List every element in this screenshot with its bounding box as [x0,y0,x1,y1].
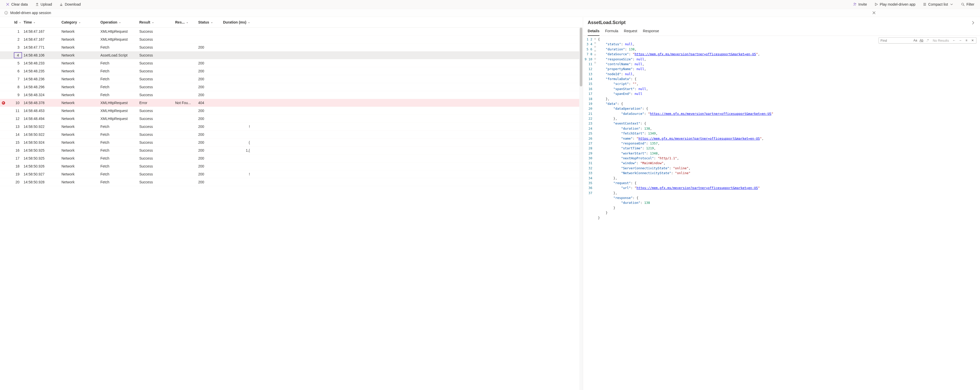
cell-id: 17 [5,156,24,161]
info-icon [4,11,8,15]
cell-status: 200 [198,69,222,73]
upload-label: Upload [41,2,52,6]
tab-formula[interactable]: Formula [605,27,618,36]
cell-duration: ! [222,172,250,176]
cell-id: 20 [5,179,24,185]
cell-operation: XMLHttpRequest [100,37,139,41]
cell-operation: Fetch [100,156,139,160]
cell-status: 200 [198,109,222,113]
table-row[interactable]: 714:58:48.236NetworkFetchSuccess200 [0,75,583,83]
table-row[interactable]: 214:58:47.167NetworkXMLHttpRequestSucces… [0,36,583,43]
cell-operation: Fetch [100,85,139,89]
scrollbar-thumb[interactable] [580,28,582,86]
cell-result: Success [139,117,175,121]
tab-response[interactable]: Response [643,27,659,36]
table-row[interactable]: 314:58:47.771NetworkFetchSuccess200 [0,43,583,51]
cell-operation: XMLHttpRequest [100,29,139,33]
chevron-down-icon: ⌄ [79,21,81,24]
cell-status: 404 [198,101,222,105]
cell-result: Success [139,85,175,89]
find-in-selection-icon[interactable]: ≡ [964,38,969,43]
regex-icon[interactable]: .* [926,38,929,43]
invite-button[interactable]: Invite [851,1,869,8]
col-header-res2[interactable]: Res...⌄ [175,20,198,24]
col-header-duration[interactable]: Duration (ms)⌄ [222,20,250,24]
cell-result: Success [139,109,175,113]
cell-result: Success [139,148,175,152]
cell-category: Network [62,85,100,89]
play-label: Play model-driven app [880,2,915,6]
cell-id: 4 [5,52,24,58]
tab-request[interactable]: Request [624,27,637,36]
upload-button[interactable]: Upload [33,1,54,8]
table-row[interactable]: 914:58:48.324NetworkFetchSuccess200 [0,91,583,99]
cell-id: 7 [5,76,24,82]
col-header-time[interactable]: Time⌄ [24,20,62,24]
cell-category: Network [62,156,100,160]
cell-time: 14:58:48.494 [24,117,62,121]
table-row[interactable]: 114:58:47.167NetworkXMLHttpRequestSucces… [0,28,583,36]
table-row[interactable]: 1114:58:48.453NetworkXMLHttpRequestSucce… [0,107,583,115]
cell-operation: Fetch [100,133,139,136]
tab-details[interactable]: Details [588,27,600,36]
col-header-status-label: Status [198,20,209,24]
table-row[interactable]: 1514:58:50.924NetworkFetchSuccess200( [0,139,583,147]
table-body: 114:58:47.167NetworkXMLHttpRequestSucces… [0,28,583,390]
session-close-button[interactable] [872,11,875,14]
cell-result: Success [139,133,175,136]
cell-time: 14:58:48.378 [24,101,62,105]
cell-time: 14:58:47.771 [24,45,62,49]
expand-arrow-button[interactable] [971,21,975,25]
compact-list-button[interactable]: Compact list [921,1,955,8]
col-header-category[interactable]: Category⌄ [62,20,100,24]
table-row[interactable]: ✕1014:58:48.378NetworkXMLHttpRequestErro… [0,99,583,107]
cell-category: Network [62,69,100,73]
prev-match-icon[interactable]: ← [952,38,956,43]
cell-result: Success [139,37,175,41]
table-row[interactable]: 1614:58:50.925NetworkFetchSuccess2001,( [0,147,583,154]
cell-result: Success [139,53,175,57]
col-header-result[interactable]: Result⌄ [139,20,175,24]
cell-id: 2 [5,37,24,42]
close-find-icon[interactable]: ✕ [970,38,975,43]
cell-category: Network [62,29,100,33]
col-header-status[interactable]: Status⌄ [198,20,222,24]
filter-label: Filter [966,2,974,6]
find-input[interactable] [880,39,911,43]
chevron-down-icon: ⌄ [152,21,154,24]
filter-button[interactable]: Filter [959,1,976,8]
table-row[interactable]: 1214:58:48.494NetworkXMLHttpRequestSucce… [0,115,583,123]
play-app-button[interactable]: Play model-driven app [873,1,917,8]
cell-id: 6 [5,68,24,74]
table-row[interactable]: 514:58:48.233NetworkFetchSuccess200 [0,59,583,67]
cell-operation: AssetLoad.Script [100,53,139,57]
table-row[interactable]: 814:58:48.296NetworkFetchSuccess200 [0,83,583,91]
cell-duration: ( [222,140,250,144]
table-row[interactable]: 1314:58:50.922NetworkFetchSuccess200! [0,123,583,131]
table-row[interactable]: 414:58:48.106NetworkAssetLoad.ScriptSucc… [0,51,583,59]
person-add-icon [853,2,857,6]
table-row[interactable]: 1414:58:50.922NetworkFetchSuccess200 [0,131,583,139]
col-header-id[interactable]: Id⌄ [5,20,24,24]
col-header-id-label: Id [14,20,18,24]
table-row[interactable]: 2014:58:50.928NetworkFetchSuccess200 [0,178,583,186]
table-row[interactable]: 1814:58:50.926NetworkFetchSuccess200 [0,162,583,170]
session-label: Model-driven app session [10,11,51,15]
table-row[interactable]: 1914:58:50.927NetworkFetchSuccess200! [0,170,583,178]
cell-result: Success [139,180,175,184]
clear-data-button[interactable]: Clear data [4,1,29,8]
table-row[interactable]: 1714:58:50.925NetworkFetchSuccess200 [0,154,583,162]
cell-result: Success [139,172,175,176]
download-button[interactable]: Download [57,1,82,8]
cell-res2: Not Fou... [175,101,198,105]
table-row[interactable]: 614:58:48.235NetworkFetchSuccess200 [0,67,583,75]
cell-id: 15 [5,140,24,145]
cell-status: 200 [198,77,222,81]
match-word-icon[interactable]: Ab [919,38,923,43]
json-viewer[interactable]: 1 2 3 4 5 6 7 8 9 10 11 12 13 14 15 16 1… [583,36,980,390]
next-match-icon[interactable]: → [958,38,963,43]
match-case-icon[interactable]: Aa [913,38,917,43]
cell-status: 200 [198,156,222,160]
col-header-operation[interactable]: Operation⌄ [100,20,139,24]
upload-icon [35,2,39,6]
